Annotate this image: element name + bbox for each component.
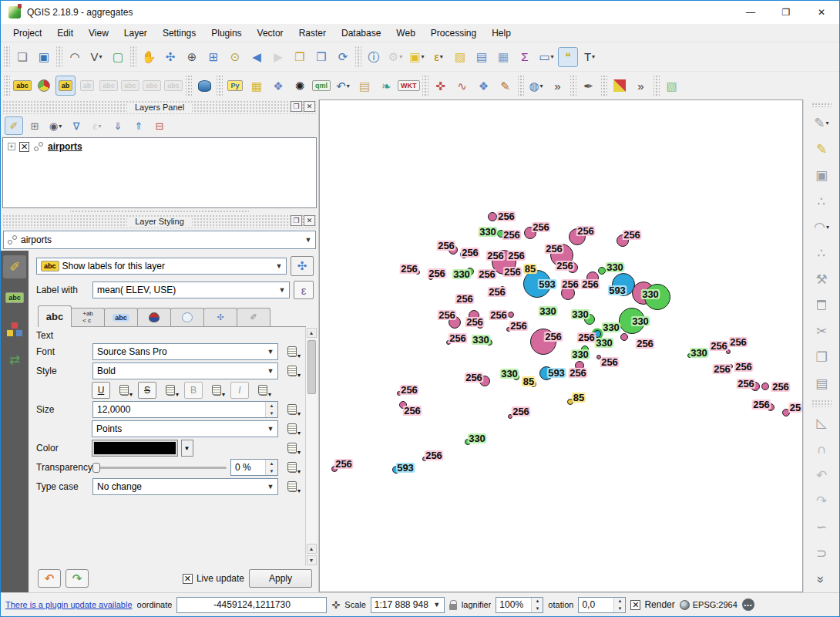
style-redo-button[interactable]: ↷: [66, 569, 89, 588]
paste-features-icon[interactable]: ▤: [811, 373, 832, 393]
attribute-table-icon[interactable]: ▤: [472, 47, 492, 67]
toolbar-handle[interactable]: [422, 76, 428, 96]
expand-icon[interactable]: +: [8, 143, 15, 150]
save-project-icon[interactable]: ▣: [34, 47, 54, 67]
deselect-all-icon[interactable]: ▨: [450, 47, 470, 67]
tab-text[interactable]: abc: [38, 305, 72, 327]
copy-features-icon[interactable]: ❐: [811, 348, 832, 368]
coordinate-capture-icon[interactable]: ❧: [376, 76, 396, 96]
menu-settings[interactable]: Settings: [155, 25, 203, 42]
select-features-icon[interactable]: ▣▾: [407, 47, 427, 67]
labels-tab-icon[interactable]: abc: [3, 286, 26, 309]
flag-plugin-icon[interactable]: [610, 76, 630, 96]
open-layer-styling-icon[interactable]: ✐: [5, 116, 23, 135]
plugin-debugger-icon[interactable]: ✺: [290, 76, 310, 96]
show-statistics-icon[interactable]: Σ: [515, 47, 535, 67]
size-spinbox[interactable]: 12,0000 ▲▼: [92, 401, 278, 418]
filter-legend-icon[interactable]: ∇: [67, 116, 86, 135]
italic-button[interactable]: I: [230, 382, 249, 399]
transparency-slider[interactable]: [92, 462, 227, 473]
form-editor-icon[interactable]: ✎: [496, 76, 516, 96]
zoom-to-selection-icon[interactable]: ⊙: [225, 47, 245, 67]
layers-panel-float-icon[interactable]: ❐: [291, 101, 302, 112]
style-manager-tab-icon[interactable]: [3, 317, 26, 340]
snapping-icon[interactable]: ∩: [811, 440, 832, 460]
reshape-features-icon[interactable]: ∽: [811, 518, 832, 538]
db-manager-icon[interactable]: [194, 76, 214, 96]
run-feature-action-icon[interactable]: ⚙▾: [385, 47, 405, 67]
toolbar-handle[interactable]: [601, 76, 607, 96]
styling-scrollbar[interactable]: ▲ ▲ ▼: [305, 327, 317, 566]
layer-labeling-options-icon[interactable]: abc: [12, 76, 32, 96]
toolbar-handle[interactable]: [4, 76, 10, 96]
tab-background[interactable]: [137, 308, 171, 326]
spin-arrows[interactable]: ▲▼: [613, 598, 625, 612]
qml-copier-icon[interactable]: qml: [311, 76, 331, 96]
tab-formatting[interactable]: +ab< c: [71, 308, 105, 326]
spin-arrows[interactable]: ▲▼: [265, 402, 277, 417]
toolbar-handle[interactable]: [570, 76, 576, 96]
wkt-plugin-icon[interactable]: WKT: [398, 76, 420, 96]
select-by-expression-icon[interactable]: ε▾: [428, 47, 449, 67]
render-checkbox[interactable]: ✕: [630, 600, 640, 610]
layer-name[interactable]: airports: [48, 141, 82, 152]
menu-database[interactable]: Database: [334, 25, 388, 42]
layer-diagram-options-icon[interactable]: [34, 76, 54, 96]
toolbar-overflow-icon[interactable]: »: [548, 76, 568, 96]
topology-checker-icon[interactable]: ❖: [474, 76, 494, 96]
menu-plugins[interactable]: Plugins: [203, 25, 249, 42]
remove-layer-icon[interactable]: ⊟: [150, 116, 169, 135]
bold-data-defined-button[interactable]: [207, 382, 227, 399]
toolbar-handle[interactable]: [217, 76, 223, 96]
show-bookmarks-icon[interactable]: ❒: [311, 47, 331, 67]
change-label-icon[interactable]: abc: [163, 76, 183, 96]
web-plugin-icon[interactable]: ◍▾: [526, 76, 546, 96]
messages-icon[interactable]: •••: [742, 598, 754, 611]
pin-unpin-labels-icon[interactable]: ab: [77, 76, 97, 96]
zoom-full-icon[interactable]: ⊞: [203, 47, 223, 67]
strikeout-data-defined-button[interactable]: [160, 382, 180, 399]
zoom-in-icon[interactable]: ⊕: [182, 47, 202, 67]
zoom-next-icon[interactable]: ▶: [268, 47, 288, 67]
map-tips-icon[interactable]: ❝: [558, 47, 578, 67]
menu-processing[interactable]: Processing: [423, 25, 484, 42]
styling-layer-combo[interactable]: airports ▼: [3, 231, 316, 249]
magnifier-spinbox[interactable]: 100% ▲▼: [496, 597, 543, 613]
styling-float-icon[interactable]: ❐: [291, 215, 302, 226]
styling-close-icon[interactable]: ✕: [304, 215, 315, 226]
text-annotation-icon[interactable]: T▾: [580, 47, 600, 67]
maximize-button[interactable]: ❐: [768, 1, 804, 24]
save-layer-edits-icon[interactable]: ▣: [811, 165, 832, 185]
crs-value[interactable]: EPSG:2964: [693, 600, 738, 609]
bold-button[interactable]: B: [184, 382, 203, 399]
python-console-icon[interactable]: Py: [225, 76, 245, 96]
scroll-up2-icon[interactable]: ▲: [307, 544, 317, 554]
zoom-last-icon[interactable]: ◀: [247, 47, 267, 67]
show-hide-labels-icon[interactable]: abc: [99, 76, 119, 96]
filter-expression-icon[interactable]: ε▾: [88, 116, 106, 135]
curved-arrow-plugin-icon[interactable]: ↶▾: [333, 76, 353, 96]
color-dropdown-icon[interactable]: ▼: [181, 440, 193, 457]
menu-vector[interactable]: Vector: [250, 25, 291, 42]
geometry-checker-icon[interactable]: ❖: [268, 76, 288, 96]
tab-shadow[interactable]: [170, 308, 204, 326]
toolbar-handle[interactable]: [654, 76, 660, 96]
menu-web[interactable]: Web: [388, 25, 422, 42]
live-update-checkbox[interactable]: ✕: [183, 574, 193, 584]
pan-to-selection-icon[interactable]: ✣: [160, 47, 180, 67]
rotation-spinbox[interactable]: 0,0 ▲▼: [578, 597, 626, 613]
toggle-editing-icon[interactable]: ✎: [811, 140, 832, 160]
checker-plugin-icon[interactable]: ▦: [247, 76, 267, 96]
cad-tools-icon[interactable]: ◺: [811, 413, 832, 433]
rotate-label-icon[interactable]: abc: [142, 76, 162, 96]
vector-bender-icon[interactable]: ∿: [452, 76, 472, 96]
style-undo-button[interactable]: ↶: [38, 569, 61, 588]
minimize-button[interactable]: —: [733, 1, 768, 24]
tab-rendering[interactable]: ✐: [237, 308, 270, 326]
italic-data-defined-button[interactable]: [253, 382, 273, 399]
label-with-combo[interactable]: mean( ELEV, USE) ▼: [92, 282, 290, 298]
digitize-with-curve-icon[interactable]: V▾: [86, 47, 106, 67]
spin-arrows[interactable]: ▲▼: [265, 460, 277, 475]
add-curve-feature-icon[interactable]: ◠▾: [811, 217, 832, 238]
scroll-thumb[interactable]: [307, 340, 316, 394]
